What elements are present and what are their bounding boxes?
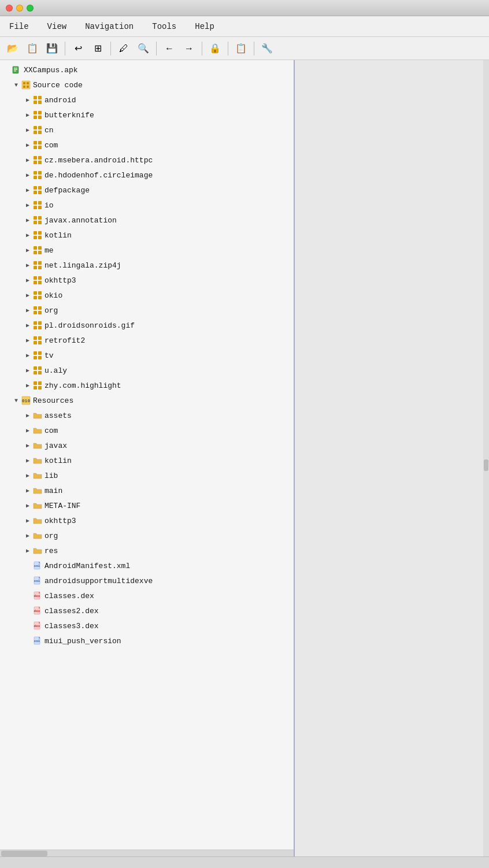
tree-pkg-android[interactable]: android [0,92,294,107]
picker-button[interactable]: 🖊 [114,40,133,57]
tree-resources[interactable]: 010 Resources [0,393,294,408]
tree-pkg-butterknife[interactable]: butterknife [0,107,294,123]
settings-button[interactable]: 🔧 [258,40,276,57]
folder-toggle[interactable] [23,426,32,435]
horizontal-scrollbar[interactable] [0,850,295,856]
svg-text:xml: xml [34,564,40,568]
open-folder-button[interactable]: 📂 [3,40,22,57]
pkg-toggle[interactable] [23,125,32,135]
pkg-toggle[interactable] [23,291,32,300]
tree-folder-assets[interactable]: assets [0,408,294,423]
tree-folder-res[interactable]: res [0,543,294,558]
svg-rect-12 [38,101,42,104]
lock-button[interactable]: 🔒 [206,40,224,57]
maximize-button[interactable] [27,5,34,12]
tree-pkg-com[interactable]: com [0,138,294,153]
folder-toggle[interactable] [23,441,32,450]
svg-rect-82 [38,366,42,370]
pkg-toggle[interactable] [23,336,32,345]
tree-file-miui-push[interactable]: xml miui_push_version [0,633,294,648]
tree-pkg-kotlin[interactable]: kotlin [0,228,294,243]
folder-toggle[interactable] [23,411,32,420]
tree-folder-com[interactable]: com [0,423,294,438]
pkg-toggle[interactable] [23,170,32,180]
folder-toggle[interactable] [23,471,32,480]
tree-pkg-de[interactable]: de.hdodenhof.circleimage [0,168,294,183]
right-panel-scrollbar-thumb[interactable] [484,459,488,471]
pkg-toggle[interactable] [23,366,32,375]
pkg-toggle[interactable] [23,261,32,270]
pkg-toggle[interactable] [23,306,32,315]
close-button[interactable] [6,5,13,12]
tree-pkg-okio[interactable]: okio [0,288,294,303]
folder-toggle[interactable] [23,456,32,465]
pkg-toggle[interactable] [23,231,32,240]
back-button[interactable]: ↩ [69,40,87,57]
menu-view[interactable]: View [44,20,71,34]
tree-pkg-net[interactable]: net.lingala.zip4j [0,258,294,273]
pkg-toggle[interactable] [23,201,32,210]
prev-button[interactable]: ← [160,40,179,57]
horizontal-scrollbar-thumb[interactable] [1,851,47,856]
open-recent-button[interactable]: 📋 [23,40,42,57]
pkg-toggle[interactable] [23,110,32,120]
menu-help[interactable]: Help [191,20,218,34]
pkg-toggle[interactable] [23,246,32,255]
tree-pkg-cz[interactable]: cz.msebera.android.httpc [0,153,294,168]
inspect-button[interactable]: 📋 [232,40,250,57]
right-panel-scrollbar[interactable] [483,60,489,856]
tree-file-androidmanifest[interactable]: xml AndroidManifest.xml [0,558,294,573]
tree-pkg-zhy[interactable]: zhy.com.highlight [0,378,294,393]
tree-pkg-tv[interactable]: tv [0,348,294,363]
tree-pkg-defpackage[interactable]: defpackage [0,183,294,198]
tree-pkg-io[interactable]: io [0,198,294,213]
pkg-toggle[interactable] [23,276,32,285]
tree-file-classes-dex[interactable]: dex classes.dex [0,588,294,603]
tree-folder-okhttp3[interactable]: okhttp3 [0,513,294,528]
pkg-toggle[interactable] [23,186,32,195]
resources-toggle[interactable] [12,396,21,405]
tree-source-code[interactable]: Source code [0,77,294,92]
tree-pkg-pl[interactable]: pl.droidsonroids.gif [0,318,294,333]
tree-folder-main[interactable]: main [0,483,294,498]
menu-navigation[interactable]: Navigation [82,20,137,34]
pkg-toggle[interactable] [23,140,32,150]
tree-pkg-okhttp3[interactable]: okhttp3 [0,273,294,288]
pkg-toggle[interactable] [23,155,32,165]
tree-root-apk[interactable]: XXCampus.apk [0,62,294,77]
tree-pkg-cn[interactable]: cn [0,123,294,138]
tree-pkg-retrofit2[interactable]: retrofit2 [0,333,294,348]
folder-toggle[interactable] [23,546,32,555]
menu-file[interactable]: File [6,20,32,34]
tree-pkg-javax-annotation[interactable]: javax.annotation [0,213,294,228]
pkg-toggle[interactable] [23,95,32,105]
source-code-toggle[interactable] [12,80,21,90]
tree-file-classes2-dex[interactable]: dex classes2.dex [0,603,294,618]
save-button[interactable]: 💾 [43,40,61,57]
grid-button[interactable]: ⊞ [88,40,107,57]
tree-folder-kotlin[interactable]: kotlin [0,453,294,468]
svg-rect-44 [38,221,42,224]
tree-pkg-ualy[interactable]: u.aly [0,363,294,378]
pkg-toggle[interactable] [23,216,32,225]
minimize-button[interactable] [16,5,23,12]
tree-folder-meta-inf[interactable]: META-INF [0,498,294,513]
tree-folder-lib[interactable]: lib [0,468,294,483]
next-button[interactable]: → [180,40,198,57]
folder-toggle[interactable] [23,516,32,525]
pkg-toggle[interactable] [23,321,32,330]
tree-pkg-me[interactable]: me [0,243,294,258]
pkg-toggle[interactable] [23,381,32,390]
menu-tools[interactable]: Tools [149,20,180,34]
tree-pkg-org[interactable]: org [0,303,294,318]
folder-toggle[interactable] [23,501,32,510]
tree-folder-javax[interactable]: javax [0,438,294,453]
folder-toggle[interactable] [23,486,32,495]
tree-file-androidsupport[interactable]: xml androidsupportmultidexve [0,573,294,588]
pkg-toggle[interactable] [23,351,32,360]
tree-folder-org[interactable]: org [0,528,294,543]
tree-area[interactable]: XXCampus.apk Source code [0,60,294,850]
tree-file-classes3-dex[interactable]: dex classes3.dex [0,618,294,633]
search-button[interactable]: 🔍 [134,40,153,57]
folder-toggle[interactable] [23,531,32,540]
